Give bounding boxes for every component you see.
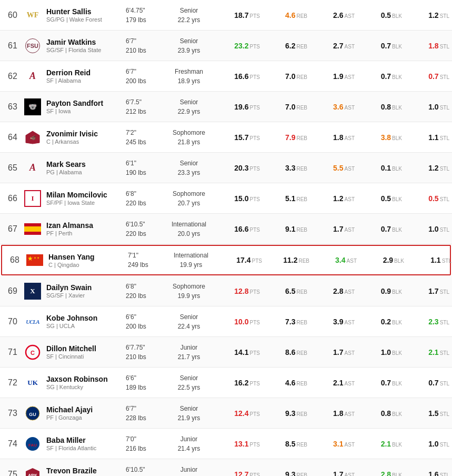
stl-value: 1.2 [428,11,438,19]
reb-label: REB [296,227,307,233]
stat-reb: 6.5 REB [260,287,307,295]
player-rank: 70 [4,317,21,326]
player-class-age: Junior 22.4 yrs [165,465,213,477]
stat-pts: 18.7 PTS [213,11,260,19]
stat-blk: 0.7 BLK [355,42,402,50]
player-name: Derrion Reid [46,68,126,77]
player-position: C | Arkansas [46,138,126,145]
ast-label: AST [345,166,355,172]
player-age: 19.9 yrs [167,260,215,270]
reb-label: REB [296,74,307,80]
ast-value: 3.4 [335,256,345,264]
ast-value: 1.8 [333,409,343,418]
player-class-age: Junior 21.7 yrs [165,343,213,362]
blk-value: 0.7 [381,42,391,50]
player-rank: 74 [4,439,21,449]
player-weight: 220 lbs [126,199,165,208]
team-logo: A [24,68,41,85]
table-row: 64 🐗 Zvonimir Ivisic C | Arkansas 7'2" 2… [0,122,452,153]
player-info: Jaxson Robinson SG | Kentucky [44,375,126,390]
stat-stl: 1.1 STL [402,133,449,142]
player-position: SG | Kentucky [46,384,126,390]
player-stats: 12.8 PTS 6.5 REB 2.8 AST 0.9 BLK 1.7 STL [213,287,449,295]
reb-value: 9.1 [285,225,295,233]
stat-pts: 16.6 PTS [213,225,260,233]
stat-stl: 2.1 STL [402,348,449,356]
pts-value: 12.4 [234,409,248,418]
reb-value: 7.0 [285,103,295,111]
player-stats: 12.4 PTS 9.3 REB 1.8 AST 0.8 BLK 1.5 STL [213,409,449,418]
reb-label: REB [296,472,307,477]
stat-stl: 0.5 STL [402,194,449,203]
pts-label: PTS [250,13,260,19]
stl-label: STL [440,105,449,111]
team-logo-container [23,254,46,266]
team-logo: I [24,190,41,207]
player-class-age: Senior 22.4 yrs [165,312,213,331]
blk-label: BLK [392,105,402,111]
team-logo-container: A [21,160,44,176]
player-stats: 12.7 PTS 9.3 REB 1.7 AST 2.8 BLK 1.6 STL [213,470,449,477]
reb-label: REB [296,289,307,295]
player-name: Zvonimir Ivisic [46,130,126,138]
svg-text:C: C [31,350,35,356]
pts-value: 23.2 [234,42,248,50]
stat-reb: 4.6 REB [260,11,307,19]
stl-label: STL [440,381,449,386]
stat-stl: 0.7 STL [402,379,449,387]
stat-ast: 2.8 AST [307,287,355,295]
blk-value: 2.1 [381,440,391,448]
player-height: 6'7" [126,36,165,46]
player-position: C | Qingdao [48,262,128,268]
player-stats: 13.1 PTS 8.5 REB 3.1 AST 2.1 BLK 1.0 STL [213,440,449,448]
player-name: Baba Miller [46,436,126,444]
player-rank: 65 [4,163,21,173]
player-rank: 60 [4,11,21,20]
stl-value: 2.1 [428,348,438,356]
stat-blk: 0.5 BLK [355,194,402,203]
player-physical: 7'2" 245 lbs [126,128,165,147]
stat-stl: 1.1 STL [404,256,451,264]
svg-text:ARK: ARK [28,473,37,477]
player-position: PG | Alabama [46,169,126,175]
team-logo: GU [25,405,41,421]
stat-blk: 0.7 BLK [355,72,402,81]
player-age: 22.4 yrs [165,474,213,477]
player-name: Mark Sears [46,160,126,168]
player-age: 22.4 yrs [165,322,213,331]
stat-pts: 12.7 PTS [213,470,260,477]
stat-reb: 4.6 REB [260,379,307,387]
ast-label: AST [347,258,357,264]
player-table: 60 WF Hunter Sallis SG/PG | Wake Forest … [0,0,452,476]
player-class-age: Sophomore 19.9 yrs [165,282,213,301]
player-weight: 179 lbs [126,15,165,25]
player-rank: 68 [6,255,23,265]
stat-reb: 7.0 REB [260,72,307,81]
blk-label: BLK [392,196,402,202]
pts-value: 15.7 [234,133,248,142]
player-height: 7'1" [128,251,167,260]
stat-ast: 1.2 AST [307,194,355,203]
player-age: 21.7 yrs [165,352,213,362]
team-logo-container: ARK [21,467,44,477]
ast-label: AST [345,105,355,111]
player-info: Dailyn Swain SG/SF | Xavier [44,283,126,299]
player-info: Payton Sandfort SF | Iowa [44,99,126,114]
reb-value: 9.3 [285,409,295,418]
stat-ast: 3.9 AST [307,318,355,326]
team-logo: UK [24,374,41,391]
player-rank: 75 [4,470,21,477]
player-name: Payton Sandfort [46,99,126,107]
player-weight: 216 lbs [126,444,165,453]
ast-value: 3.9 [333,318,343,326]
player-class: Senior [165,373,213,383]
ast-value: 1.8 [333,133,343,142]
team-logo: FAU [25,436,41,452]
table-row: 73 GU Michael Ajayi PF | Gonzaga 6'7" 22… [0,398,452,429]
player-position: SF/PF | Iowa State [46,200,126,206]
blk-value: 1.0 [381,348,391,356]
player-info: Jamir Watkins SG/SF | Florida State [44,38,126,53]
pts-label: PTS [250,411,260,417]
stat-stl: 1.0 STL [402,225,449,233]
team-logo [26,254,43,266]
